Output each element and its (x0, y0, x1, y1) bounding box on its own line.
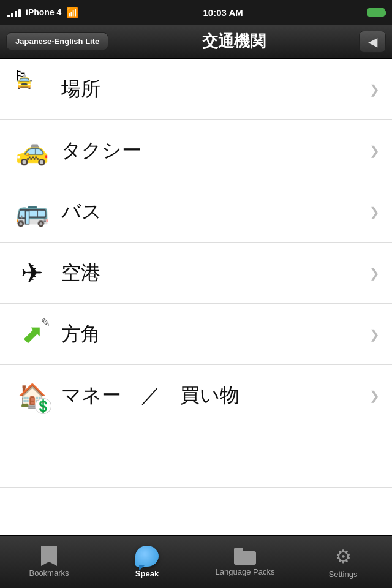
status-bar: iPhone 4 📶 10:03 AM (0, 0, 392, 24)
status-right (368, 8, 385, 17)
bookmarks-icon (41, 546, 57, 566)
chevron-icon: ❯ (369, 266, 380, 281)
list-item-bus[interactable]: 🚌 バス ❯ (0, 181, 392, 243)
airport-label: 空港 (61, 260, 100, 287)
tab-settings-label: Settings (329, 570, 358, 579)
battery-icon (368, 8, 385, 17)
list-item-places[interactable]: 🏳 🚖 場所 ❯ (0, 59, 392, 120)
back-button[interactable]: Japanese-English Lite (6, 32, 108, 50)
tab-language-packs[interactable]: Language Packs (196, 536, 294, 588)
list-item-money[interactable]: 🏠 💲 マネー ／ 買い物 ❯ (0, 365, 392, 426)
money-icon: 🏠 💲 (12, 376, 51, 415)
search-icon: ◀ (368, 34, 377, 49)
tab-speak[interactable]: Speak (98, 536, 196, 588)
chevron-icon: ❯ (369, 327, 380, 342)
taxi-icon: 🚕 (12, 131, 51, 170)
status-time: 10:03 AM (203, 7, 243, 18)
nav-title: 交通機関 (116, 31, 352, 52)
wifi-icon: 📶 (66, 7, 78, 18)
signal-bar-3 (15, 11, 17, 17)
chevron-icon: ❯ (369, 143, 380, 158)
chevron-icon: ❯ (369, 82, 380, 97)
list-item-airport[interactable]: ✈ 空港 ❯ (0, 243, 392, 304)
direction-label: 方角 (61, 321, 100, 348)
taxi-label: タクシー (61, 137, 141, 164)
direction-icon: ➡ ✎ (12, 315, 51, 354)
language-packs-icon (234, 548, 256, 565)
signal-bar-4 (18, 9, 21, 17)
status-left: iPhone 4 📶 (7, 7, 78, 18)
chevron-icon: ❯ (369, 205, 380, 219)
bus-icon: 🚌 (12, 192, 51, 232)
airplane-icon: ✈ (12, 254, 51, 293)
signal-bars (7, 7, 21, 17)
search-button[interactable]: ◀ (359, 31, 386, 53)
settings-icon: ⚙ (335, 546, 352, 567)
speak-icon (135, 546, 159, 567)
list-item-direction[interactable]: ➡ ✎ 方角 ❯ (0, 304, 392, 365)
bus-label: バス (61, 198, 102, 225)
money-label: マネー ／ 買い物 (61, 382, 239, 409)
places-icon: 🏳 🚖 (12, 70, 51, 109)
chevron-icon: ❯ (369, 388, 380, 403)
signal-bar-1 (7, 15, 10, 17)
tab-settings[interactable]: ⚙ Settings (294, 536, 392, 588)
tab-bar: Bookmarks Speak Language Packs ⚙ Setting… (0, 535, 392, 588)
nav-bar: Japanese-English Lite 交通機関 ◀ (0, 24, 392, 59)
places-label: 場所 (61, 76, 100, 103)
tab-speak-label: Speak (135, 569, 159, 578)
empty-row-1 (0, 426, 392, 488)
tab-bookmarks-label: Bookmarks (29, 568, 69, 578)
category-list: 🏳 🚖 場所 ❯ 🚕 タクシー ❯ 🚌 バス ❯ ✈ 空港 ❯ ➡ ✎ 方角 ❯ (0, 59, 392, 549)
signal-bar-2 (11, 13, 13, 17)
tab-bookmarks[interactable]: Bookmarks (0, 536, 98, 588)
list-item-taxi[interactable]: 🚕 タクシー ❯ (0, 120, 392, 181)
tab-language-packs-label: Language Packs (216, 567, 275, 576)
carrier-label: iPhone 4 (26, 7, 61, 17)
